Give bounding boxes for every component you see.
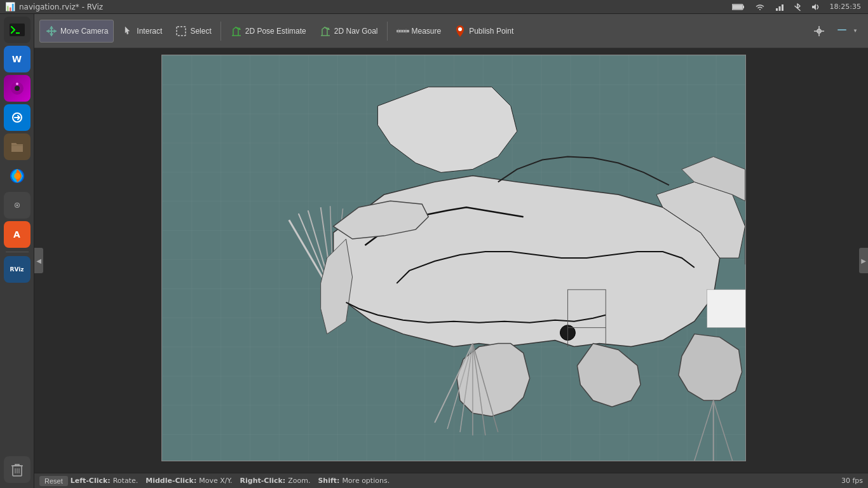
right-click-key: Right-Click: bbox=[240, 477, 286, 485]
titlebar: 📊 navigation.rviz* - RViz 18:25:35 bbox=[0, 0, 868, 14]
publish-point-button[interactable]: Publish Point bbox=[449, 20, 519, 43]
titlebar-left: 📊 navigation.rviz* - RViz bbox=[5, 2, 103, 11]
svg-point-13 bbox=[14, 173, 20, 179]
toolbar-right: ▼ bbox=[808, 20, 863, 43]
statusbar: Reset Left-Click: Rotate. Middle-Click: … bbox=[34, 473, 868, 488]
fps-display: 30 fps bbox=[841, 477, 863, 485]
dock-media[interactable] bbox=[4, 75, 31, 102]
pose-estimate-label: 2D Pose Estimate bbox=[245, 27, 306, 36]
svg-rect-1 bbox=[743, 6, 744, 8]
svg-rect-4 bbox=[778, 6, 780, 11]
move-camera-label: Move Camera bbox=[60, 27, 108, 36]
select-icon bbox=[175, 25, 187, 37]
right-click-val: Zoom. bbox=[288, 477, 310, 485]
network-icon bbox=[773, 3, 786, 11]
main-layout: W bbox=[0, 14, 868, 488]
svg-point-9 bbox=[15, 86, 20, 91]
middle-click-val: Move X/Y. bbox=[199, 477, 232, 485]
bluetooth-icon bbox=[792, 3, 803, 11]
reset-button[interactable]: Reset bbox=[39, 476, 68, 486]
viewport[interactable]: ◀ bbox=[34, 48, 868, 473]
dock-separator bbox=[6, 252, 29, 252]
statusbar-left: Reset Left-Click: Rotate. Middle-Click: … bbox=[39, 476, 390, 486]
move-camera-button[interactable]: Move Camera bbox=[39, 20, 114, 43]
window-title: navigation.rviz* - RViz bbox=[19, 3, 103, 11]
middle-click-key: Middle-Click: bbox=[146, 477, 196, 485]
interact-icon bbox=[121, 25, 134, 37]
dock-firefox[interactable] bbox=[4, 163, 31, 189]
dock-trash[interactable] bbox=[4, 456, 31, 483]
dock-files[interactable] bbox=[4, 133, 31, 160]
interact-button[interactable]: Interact bbox=[116, 20, 167, 43]
dropdown-arrow: ▼ bbox=[853, 28, 858, 34]
publish-point-label: Publish Point bbox=[469, 27, 513, 36]
left-panel-expand[interactable]: ◀ bbox=[34, 248, 43, 273]
shift-key: Shift: bbox=[318, 477, 339, 485]
measure-label: Measure bbox=[412, 27, 442, 36]
separator-2 bbox=[387, 22, 388, 41]
dock-terminal[interactable] bbox=[4, 17, 31, 43]
rviz-canvas[interactable] bbox=[161, 55, 746, 461]
measure-icon bbox=[397, 25, 409, 37]
move-camera-icon bbox=[45, 25, 58, 37]
svg-rect-3 bbox=[776, 8, 778, 11]
dock-apt[interactable]: A bbox=[4, 221, 31, 248]
crosshair-button[interactable] bbox=[808, 20, 830, 43]
select-label: Select bbox=[190, 27, 211, 36]
center-content: Move Camera Interact Select bbox=[34, 14, 868, 488]
right-panel-expand[interactable]: ▶ bbox=[859, 248, 868, 273]
interact-label: Interact bbox=[137, 27, 162, 36]
publish-point-icon bbox=[454, 25, 466, 37]
apt-label: A bbox=[13, 229, 20, 240]
volume-icon bbox=[809, 3, 822, 11]
nav-goal-label: 2D Nav Goal bbox=[334, 27, 378, 36]
rviz-label: RViz bbox=[10, 266, 24, 273]
svg-rect-6 bbox=[10, 24, 25, 36]
clock: 18:25:35 bbox=[828, 3, 863, 11]
view-dropdown-button[interactable]: ▼ bbox=[832, 20, 863, 43]
svg-point-10 bbox=[16, 83, 18, 85]
left-click-val: Rotate. bbox=[113, 477, 139, 485]
pose-estimate-button[interactable]: 2D Pose Estimate bbox=[225, 20, 311, 43]
wifi-icon bbox=[753, 3, 767, 11]
toolbar: Move Camera Interact Select bbox=[34, 14, 868, 48]
battery-icon bbox=[730, 3, 747, 11]
dock-teamviewer[interactable] bbox=[4, 104, 31, 131]
svg-rect-2 bbox=[733, 5, 742, 9]
dock-wps[interactable]: W bbox=[4, 46, 31, 72]
left-click-key: Left-Click: bbox=[71, 477, 111, 485]
svg-rect-50 bbox=[707, 290, 745, 328]
separator-1 bbox=[220, 22, 221, 41]
nav-goal-button[interactable]: 2D Nav Goal bbox=[314, 20, 383, 43]
pose-estimate-icon bbox=[230, 25, 243, 37]
app-icon: 📊 bbox=[5, 2, 15, 11]
left-dock: W bbox=[0, 14, 34, 488]
nav-goal-icon bbox=[319, 25, 332, 37]
select-button[interactable]: Select bbox=[170, 20, 216, 43]
svg-point-31 bbox=[458, 27, 462, 31]
dock-settings[interactable] bbox=[4, 192, 31, 219]
dock-rviz[interactable]: RViz bbox=[4, 256, 31, 283]
svg-rect-5 bbox=[782, 4, 783, 11]
shift-val: More options. bbox=[342, 477, 390, 485]
measure-button[interactable]: Measure bbox=[391, 20, 447, 43]
svg-rect-21 bbox=[177, 27, 186, 36]
svg-point-15 bbox=[16, 205, 18, 207]
titlebar-right: 18:25:35 bbox=[730, 3, 863, 11]
